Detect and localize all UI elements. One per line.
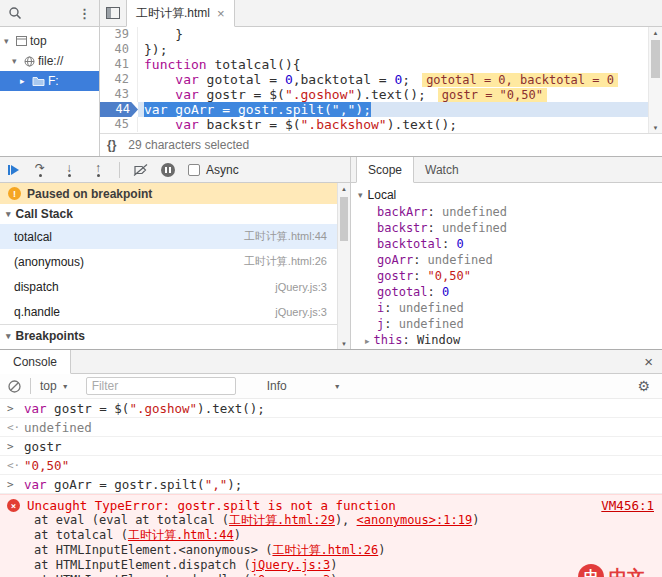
code-area[interactable]: 39 }40});41function totalcal(){42 var go… — [100, 27, 648, 133]
log-level-selector[interactable]: Info ▼ — [267, 379, 341, 393]
console-text: var gostr = $(".goshow").text(); — [24, 401, 265, 416]
code-text[interactable]: var goArr = gostr.spilt(","); — [138, 102, 648, 117]
console-log: >var gostr = $(".goshow").text();<·undef… — [0, 399, 662, 577]
scope-variable[interactable]: ▸this: Window — [351, 332, 662, 349]
code-token: ) — [330, 573, 337, 577]
console-input-row[interactable]: >var gostr = $(".goshow").text(); — [0, 399, 662, 418]
breakpoint-marker[interactable]: 44 — [100, 102, 138, 117]
navigator-toolbar: ⋮ — [0, 0, 99, 27]
scope-variable[interactable]: backstr: undefined — [351, 220, 662, 236]
editor-tab[interactable]: 工时计算.html × — [126, 0, 235, 27]
line-number[interactable]: 41 — [100, 57, 138, 72]
line-number[interactable]: 39 — [100, 27, 138, 42]
search-icon[interactable] — [8, 6, 22, 20]
console-result-row[interactable]: <·"0,50" — [0, 456, 662, 475]
chevron-right-icon[interactable]: ▸ — [20, 76, 29, 86]
close-tab-icon[interactable]: × — [217, 6, 225, 21]
tab-console[interactable]: Console — [0, 350, 71, 374]
scroll-down-icon[interactable]: ▼ — [649, 122, 662, 133]
console-input-chevron-icon: > — [7, 402, 24, 415]
chevron-down-icon[interactable]: ▾ — [4, 36, 13, 46]
code-text[interactable]: function totalcal(){ — [138, 57, 648, 72]
toggle-navigator-button[interactable] — [100, 0, 126, 26]
stack-trace-link[interactable]: jQuery.js:3 — [251, 558, 330, 572]
console-text: "0,50" — [24, 458, 69, 473]
scope-variable[interactable]: gototal: 0 — [351, 284, 662, 300]
expand-icon[interactable]: ▸ — [365, 336, 370, 346]
stack-trace-link[interactable]: jQuery.js:3 — [251, 573, 330, 577]
code-token: var — [175, 72, 198, 87]
console-input-row[interactable]: >gostr — [0, 437, 662, 456]
code-token: ".goshow" — [285, 87, 355, 102]
tree-item-top[interactable]: ▾ top — [0, 31, 99, 51]
separator: : — [413, 269, 427, 283]
breakpoints-title: Breakpoints — [16, 329, 85, 343]
scope-variable[interactable]: backArr: undefined — [351, 204, 662, 220]
line-number[interactable]: 42 — [100, 72, 138, 87]
code-text[interactable]: var gostr = $(".goshow").text();gostr = … — [138, 87, 648, 102]
pretty-print-button[interactable]: {} — [107, 138, 116, 152]
step-into-button[interactable]: ↓ — [61, 163, 77, 177]
scrollbar-thumb[interactable] — [340, 197, 348, 241]
line-number[interactable]: 40 — [100, 42, 138, 57]
step-out-button[interactable]: ↑ — [90, 163, 106, 177]
scope-variable[interactable]: goArr: undefined — [351, 252, 662, 268]
console-input-row[interactable]: >var goArr = gostr.spilt(","); — [0, 475, 662, 494]
pause-on-exceptions-button[interactable] — [161, 163, 175, 177]
scope-variable[interactable]: gostr: "0,50" — [351, 268, 662, 284]
code-text[interactable]: } — [138, 27, 648, 42]
editor-scrollbar[interactable]: ▲ ▼ — [648, 27, 662, 133]
call-stack-frame[interactable]: dispatchjQuery.js:3 — [0, 274, 337, 299]
stack-trace-link[interactable]: <anonymous>:1:19 — [357, 513, 473, 527]
call-stack-header[interactable]: ▾ Call Stack — [0, 204, 337, 224]
stack-trace-link[interactable]: 工时计算.html:26 — [272, 543, 378, 557]
clear-console-icon[interactable] — [8, 380, 21, 393]
context-selector[interactable]: top ▼ — [40, 379, 69, 393]
scope-variable[interactable]: j: undefined — [351, 316, 662, 332]
console-result-row[interactable]: <·undefined — [0, 418, 662, 437]
scroll-up-icon[interactable]: ▲ — [649, 27, 662, 38]
code-text[interactable]: var gototal = 0,backtotal = 0;gototal = … — [138, 72, 648, 87]
error-icon: × — [7, 499, 20, 512]
code-text[interactable]: }); — [138, 42, 648, 57]
step-over-button[interactable]: ↷ — [32, 163, 48, 177]
paused-banner: ! Paused on breakpoint — [0, 183, 337, 204]
scroll-up-icon[interactable]: ▲ — [338, 183, 350, 194]
chevron-down-icon: ▼ — [334, 383, 341, 390]
editor-tabbar: 工时计算.html × — [100, 0, 662, 27]
filter-input[interactable] — [86, 377, 236, 395]
chevron-down-icon[interactable]: ▾ — [12, 56, 21, 66]
code-text[interactable]: var backstr = $(".backshow").text(); — [138, 117, 648, 132]
kebab-menu-icon[interactable]: ⋮ — [78, 6, 91, 21]
breakpoints-header[interactable]: ▾ Breakpoints — [0, 324, 337, 346]
gear-icon[interactable]: ⚙ — [637, 378, 654, 394]
call-stack-frame[interactable]: totalcal工时计算.html:44 — [0, 224, 337, 249]
tab-scope[interactable]: Scope — [356, 157, 414, 183]
code-token: ) — [378, 543, 385, 557]
close-console-icon[interactable]: × — [635, 350, 662, 373]
stack-trace-link[interactable]: 工时计算.html:44 — [128, 528, 234, 542]
tree-item-file-protocol[interactable]: ▾ file:// — [0, 51, 99, 71]
error-source-link[interactable]: VM456:1 — [601, 498, 654, 513]
separator: : — [428, 285, 442, 299]
console-output-chevron-icon: <· — [7, 459, 24, 472]
tab-watch[interactable]: Watch — [414, 157, 470, 182]
sidebar-scrollbar[interactable]: ▲ ▼ — [337, 183, 350, 349]
line-number[interactable]: 43 — [100, 87, 138, 102]
scrollbar-thumb[interactable] — [651, 40, 660, 78]
separator: : — [442, 237, 456, 251]
scope-section-local[interactable]: ▾ Local — [351, 186, 662, 204]
stack-trace-link[interactable]: 工时计算.html:29 — [229, 513, 335, 527]
scope-variable[interactable]: i: undefined — [351, 300, 662, 316]
call-stack-frame[interactable]: (anonymous)工时计算.html:26 — [0, 249, 337, 274]
site-watermark: 中 中文 — [578, 564, 645, 577]
async-checkbox[interactable] — [188, 164, 200, 176]
call-stack-frame[interactable]: q.handlejQuery.js:3 — [0, 299, 337, 324]
line-number[interactable]: 45 — [100, 117, 138, 132]
tree-item-folder-f[interactable]: ▸ F: — [0, 71, 99, 91]
scope-variable[interactable]: backtotal: 0 — [351, 236, 662, 252]
deactivate-breakpoints-button[interactable] — [133, 163, 148, 177]
resume-button[interactable] — [8, 165, 19, 175]
error-message-row: × Uncaught TypeError: gostr.spilt is not… — [7, 498, 654, 513]
scroll-down-icon[interactable]: ▼ — [338, 338, 350, 349]
